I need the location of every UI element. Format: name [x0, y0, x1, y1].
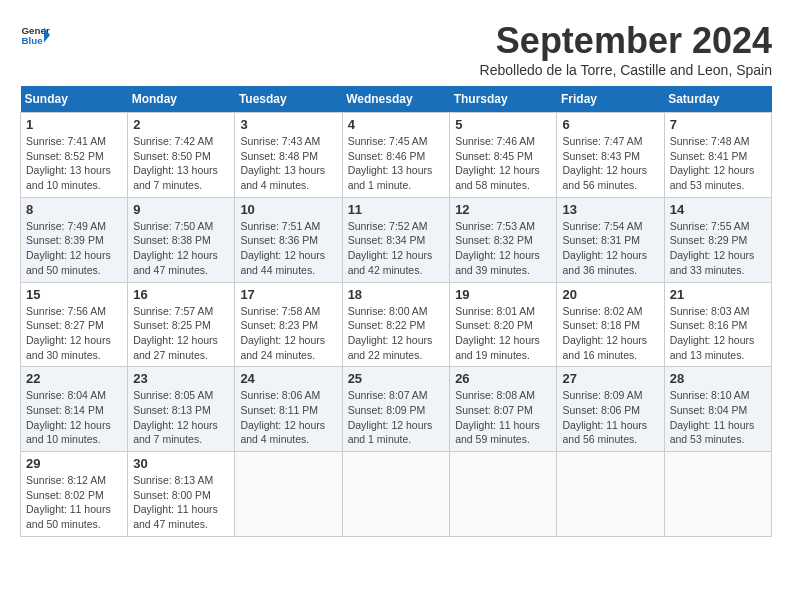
day-info: Sunrise: 7:45 AM Sunset: 8:46 PM Dayligh…: [348, 134, 445, 193]
day-info: Sunrise: 8:01 AM Sunset: 8:20 PM Dayligh…: [455, 304, 551, 363]
calendar-cell: 21Sunrise: 8:03 AM Sunset: 8:16 PM Dayli…: [664, 282, 771, 367]
calendar-cell: 28Sunrise: 8:10 AM Sunset: 8:04 PM Dayli…: [664, 367, 771, 452]
calendar-cell: 26Sunrise: 8:08 AM Sunset: 8:07 PM Dayli…: [450, 367, 557, 452]
day-info: Sunrise: 7:43 AM Sunset: 8:48 PM Dayligh…: [240, 134, 336, 193]
day-info: Sunrise: 7:53 AM Sunset: 8:32 PM Dayligh…: [455, 219, 551, 278]
calendar-cell: [557, 452, 664, 537]
day-info: Sunrise: 7:52 AM Sunset: 8:34 PM Dayligh…: [348, 219, 445, 278]
weekday-header-monday: Monday: [128, 86, 235, 113]
day-info: Sunrise: 8:07 AM Sunset: 8:09 PM Dayligh…: [348, 388, 445, 447]
day-info: Sunrise: 7:47 AM Sunset: 8:43 PM Dayligh…: [562, 134, 658, 193]
day-info: Sunrise: 8:00 AM Sunset: 8:22 PM Dayligh…: [348, 304, 445, 363]
day-info: Sunrise: 8:02 AM Sunset: 8:18 PM Dayligh…: [562, 304, 658, 363]
day-info: Sunrise: 8:13 AM Sunset: 8:00 PM Dayligh…: [133, 473, 229, 532]
day-number: 13: [562, 202, 658, 217]
calendar-cell: 3Sunrise: 7:43 AM Sunset: 8:48 PM Daylig…: [235, 113, 342, 198]
day-number: 8: [26, 202, 122, 217]
calendar-cell: 9Sunrise: 7:50 AM Sunset: 8:38 PM Daylig…: [128, 197, 235, 282]
day-number: 1: [26, 117, 122, 132]
calendar-cell: 1Sunrise: 7:41 AM Sunset: 8:52 PM Daylig…: [21, 113, 128, 198]
calendar-cell: 22Sunrise: 8:04 AM Sunset: 8:14 PM Dayli…: [21, 367, 128, 452]
calendar-cell: 12Sunrise: 7:53 AM Sunset: 8:32 PM Dayli…: [450, 197, 557, 282]
day-number: 2: [133, 117, 229, 132]
calendar-cell: 11Sunrise: 7:52 AM Sunset: 8:34 PM Dayli…: [342, 197, 450, 282]
title-section: September 2024 Rebolledo de la Torre, Ca…: [480, 20, 772, 78]
calendar-cell: 13Sunrise: 7:54 AM Sunset: 8:31 PM Dayli…: [557, 197, 664, 282]
calendar-cell: 30Sunrise: 8:13 AM Sunset: 8:00 PM Dayli…: [128, 452, 235, 537]
calendar-cell: [342, 452, 450, 537]
svg-text:Blue: Blue: [22, 35, 44, 46]
day-info: Sunrise: 7:57 AM Sunset: 8:25 PM Dayligh…: [133, 304, 229, 363]
day-number: 16: [133, 287, 229, 302]
day-number: 25: [348, 371, 445, 386]
calendar-cell: 2Sunrise: 7:42 AM Sunset: 8:50 PM Daylig…: [128, 113, 235, 198]
day-number: 19: [455, 287, 551, 302]
weekday-header-tuesday: Tuesday: [235, 86, 342, 113]
calendar-cell: 8Sunrise: 7:49 AM Sunset: 8:39 PM Daylig…: [21, 197, 128, 282]
day-info: Sunrise: 8:05 AM Sunset: 8:13 PM Dayligh…: [133, 388, 229, 447]
calendar-cell: [664, 452, 771, 537]
weekday-header-thursday: Thursday: [450, 86, 557, 113]
calendar-cell: 6Sunrise: 7:47 AM Sunset: 8:43 PM Daylig…: [557, 113, 664, 198]
logo: General Blue: [20, 20, 50, 50]
calendar-cell: 15Sunrise: 7:56 AM Sunset: 8:27 PM Dayli…: [21, 282, 128, 367]
calendar-cell: [450, 452, 557, 537]
calendar-cell: 29Sunrise: 8:12 AM Sunset: 8:02 PM Dayli…: [21, 452, 128, 537]
day-number: 21: [670, 287, 766, 302]
calendar-cell: 23Sunrise: 8:05 AM Sunset: 8:13 PM Dayli…: [128, 367, 235, 452]
day-number: 17: [240, 287, 336, 302]
weekday-header-friday: Friday: [557, 86, 664, 113]
day-number: 29: [26, 456, 122, 471]
day-info: Sunrise: 7:41 AM Sunset: 8:52 PM Dayligh…: [26, 134, 122, 193]
day-info: Sunrise: 8:08 AM Sunset: 8:07 PM Dayligh…: [455, 388, 551, 447]
day-number: 30: [133, 456, 229, 471]
month-title: September 2024: [480, 20, 772, 62]
calendar-cell: 4Sunrise: 7:45 AM Sunset: 8:46 PM Daylig…: [342, 113, 450, 198]
day-number: 27: [562, 371, 658, 386]
day-info: Sunrise: 7:50 AM Sunset: 8:38 PM Dayligh…: [133, 219, 229, 278]
calendar-cell: [235, 452, 342, 537]
day-number: 24: [240, 371, 336, 386]
weekday-header-saturday: Saturday: [664, 86, 771, 113]
day-info: Sunrise: 7:58 AM Sunset: 8:23 PM Dayligh…: [240, 304, 336, 363]
day-info: Sunrise: 7:51 AM Sunset: 8:36 PM Dayligh…: [240, 219, 336, 278]
day-info: Sunrise: 7:48 AM Sunset: 8:41 PM Dayligh…: [670, 134, 766, 193]
calendar-cell: 16Sunrise: 7:57 AM Sunset: 8:25 PM Dayli…: [128, 282, 235, 367]
subtitle: Rebolledo de la Torre, Castille and Leon…: [480, 62, 772, 78]
day-number: 18: [348, 287, 445, 302]
calendar-cell: 14Sunrise: 7:55 AM Sunset: 8:29 PM Dayli…: [664, 197, 771, 282]
day-info: Sunrise: 7:55 AM Sunset: 8:29 PM Dayligh…: [670, 219, 766, 278]
calendar-cell: 27Sunrise: 8:09 AM Sunset: 8:06 PM Dayli…: [557, 367, 664, 452]
day-number: 14: [670, 202, 766, 217]
day-number: 3: [240, 117, 336, 132]
weekday-header-sunday: Sunday: [21, 86, 128, 113]
day-number: 7: [670, 117, 766, 132]
day-number: 22: [26, 371, 122, 386]
day-info: Sunrise: 8:09 AM Sunset: 8:06 PM Dayligh…: [562, 388, 658, 447]
day-number: 20: [562, 287, 658, 302]
day-info: Sunrise: 8:06 AM Sunset: 8:11 PM Dayligh…: [240, 388, 336, 447]
day-info: Sunrise: 7:56 AM Sunset: 8:27 PM Dayligh…: [26, 304, 122, 363]
day-number: 4: [348, 117, 445, 132]
calendar-cell: 24Sunrise: 8:06 AM Sunset: 8:11 PM Dayli…: [235, 367, 342, 452]
day-number: 28: [670, 371, 766, 386]
day-number: 23: [133, 371, 229, 386]
calendar-table: SundayMondayTuesdayWednesdayThursdayFrid…: [20, 86, 772, 537]
day-info: Sunrise: 7:46 AM Sunset: 8:45 PM Dayligh…: [455, 134, 551, 193]
calendar-cell: 18Sunrise: 8:00 AM Sunset: 8:22 PM Dayli…: [342, 282, 450, 367]
day-number: 12: [455, 202, 551, 217]
day-number: 5: [455, 117, 551, 132]
day-number: 6: [562, 117, 658, 132]
logo-icon: General Blue: [20, 20, 50, 50]
calendar-cell: 17Sunrise: 7:58 AM Sunset: 8:23 PM Dayli…: [235, 282, 342, 367]
day-number: 9: [133, 202, 229, 217]
day-number: 15: [26, 287, 122, 302]
day-number: 11: [348, 202, 445, 217]
weekday-header-wednesday: Wednesday: [342, 86, 450, 113]
day-info: Sunrise: 8:12 AM Sunset: 8:02 PM Dayligh…: [26, 473, 122, 532]
calendar-cell: 10Sunrise: 7:51 AM Sunset: 8:36 PM Dayli…: [235, 197, 342, 282]
calendar-cell: 25Sunrise: 8:07 AM Sunset: 8:09 PM Dayli…: [342, 367, 450, 452]
day-info: Sunrise: 8:03 AM Sunset: 8:16 PM Dayligh…: [670, 304, 766, 363]
calendar-cell: 19Sunrise: 8:01 AM Sunset: 8:20 PM Dayli…: [450, 282, 557, 367]
day-number: 10: [240, 202, 336, 217]
